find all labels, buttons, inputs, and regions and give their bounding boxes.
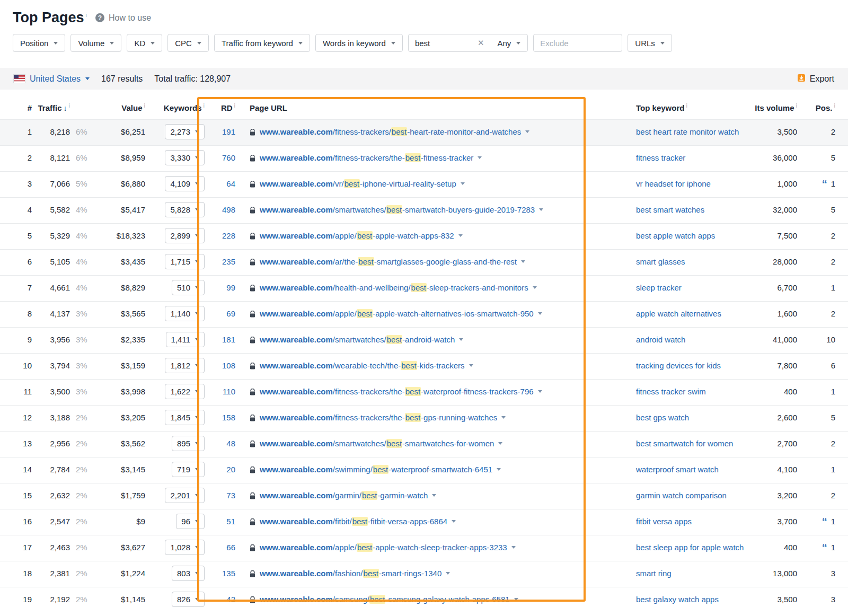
- top-keyword-link[interactable]: best sleep app for apple watch: [636, 543, 744, 552]
- keywords-dropdown[interactable]: 2,201: [165, 488, 205, 503]
- url-expand-caret[interactable]: [461, 182, 465, 185]
- page-url-link[interactable]: www.wareable.com/fitness-trackers/best-h…: [260, 126, 521, 137]
- url-expand-caret[interactable]: [521, 260, 525, 263]
- rd-link[interactable]: 48: [205, 438, 235, 449]
- top-keyword-link[interactable]: fitbit versa apps: [636, 517, 692, 526]
- url-expand-caret[interactable]: [525, 130, 529, 133]
- top-keyword-link[interactable]: best gps watch: [636, 413, 689, 422]
- keywords-dropdown[interactable]: 1,411: [166, 332, 205, 347]
- export-button[interactable]: Export: [797, 74, 834, 84]
- page-url-link[interactable]: www.wareable.com/garmin/best-garmin-watc…: [260, 490, 428, 501]
- url-expand-caret[interactable]: [459, 338, 463, 341]
- keywords-dropdown[interactable]: 803: [172, 566, 205, 581]
- keywords-dropdown[interactable]: 510: [172, 280, 205, 295]
- url-expand-caret[interactable]: [497, 468, 501, 471]
- top-keyword-link[interactable]: garmin watch comparison: [636, 491, 727, 500]
- clear-filter-icon[interactable]: ✕: [471, 38, 491, 48]
- page-url-link[interactable]: www.wareable.com/fitness-trackers/the-be…: [260, 152, 473, 163]
- url-expand-caret[interactable]: [538, 390, 542, 393]
- url-expand-caret[interactable]: [538, 312, 542, 315]
- keywords-dropdown[interactable]: 5,828: [165, 202, 205, 217]
- top-keyword-link[interactable]: best smartwatch for women: [636, 439, 733, 448]
- urls-dropdown[interactable]: URLs: [628, 34, 672, 52]
- rd-link[interactable]: 66: [205, 542, 235, 553]
- top-keyword-link[interactable]: fitness tracker: [636, 153, 685, 162]
- top-keyword-link[interactable]: smart glasses: [636, 257, 685, 266]
- keyword-filter-input[interactable]: best: [409, 39, 471, 48]
- filter-dropdown[interactable]: KD: [127, 34, 162, 52]
- url-expand-caret[interactable]: [478, 156, 482, 159]
- keywords-dropdown[interactable]: 2,899: [165, 228, 205, 243]
- keywords-dropdown[interactable]: 1,028: [165, 540, 205, 555]
- rd-link[interactable]: 158: [205, 412, 235, 423]
- rd-link[interactable]: 110: [205, 386, 235, 397]
- keywords-dropdown[interactable]: 1,812: [165, 358, 205, 373]
- keywords-dropdown[interactable]: 1,140: [165, 306, 205, 321]
- top-keyword-link[interactable]: best heart rate monitor watch: [636, 127, 739, 136]
- top-keyword-link[interactable]: apple watch alternatives: [636, 309, 721, 318]
- filter-dropdown[interactable]: Position: [13, 34, 65, 52]
- top-keyword-link[interactable]: waterproof smart watch: [636, 465, 719, 474]
- keywords-dropdown[interactable]: 826: [172, 592, 205, 607]
- rd-link[interactable]: 64: [205, 178, 235, 189]
- keywords-dropdown[interactable]: 1,715: [165, 254, 205, 269]
- rd-link[interactable]: 235: [205, 256, 235, 267]
- url-expand-caret[interactable]: [511, 546, 516, 549]
- top-keyword-link[interactable]: vr headset for iphone: [636, 179, 711, 188]
- rd-link[interactable]: 181: [205, 334, 235, 345]
- page-url-link[interactable]: www.wareable.com/smartwatches/best-smart…: [260, 438, 494, 449]
- page-url-link[interactable]: www.wareable.com/swimming/best-waterproo…: [260, 464, 492, 475]
- filter-dropdown[interactable]: Words in keyword: [315, 34, 403, 52]
- keywords-dropdown[interactable]: 895: [172, 436, 205, 451]
- page-url-link[interactable]: www.wareable.com/fashion/best-smart-ring…: [260, 568, 441, 579]
- col-header-pos[interactable]: Pos.i: [797, 102, 835, 112]
- top-keyword-link[interactable]: best apple watch apps: [636, 231, 715, 240]
- rd-link[interactable]: 42: [205, 594, 235, 605]
- rd-link[interactable]: 228: [205, 230, 235, 241]
- top-keyword-link[interactable]: sleep tracker: [636, 283, 682, 292]
- page-url-link[interactable]: www.wareable.com/fitness-trackers/the-be…: [260, 412, 497, 423]
- keywords-dropdown[interactable]: 2,273: [165, 124, 205, 139]
- rd-link[interactable]: 135: [205, 568, 235, 579]
- page-url-link[interactable]: www.wareable.com/apple/best-apple-watch-…: [260, 308, 534, 319]
- filter-dropdown[interactable]: Volume: [70, 34, 121, 52]
- top-keyword-link[interactable]: smart ring: [636, 569, 672, 578]
- top-keyword-link[interactable]: best galaxy watch apps: [636, 595, 719, 604]
- filter-dropdown[interactable]: Traffic from keyword: [214, 34, 310, 52]
- rd-link[interactable]: 99: [205, 282, 235, 293]
- col-header-rd[interactable]: RDi: [205, 102, 235, 112]
- how-to-use-link[interactable]: ? How to use: [95, 13, 151, 23]
- top-keyword-link[interactable]: android watch: [636, 335, 685, 344]
- col-header-its-volume[interactable]: Its volumei: [748, 102, 797, 112]
- keywords-dropdown[interactable]: 3,330: [165, 150, 205, 165]
- top-keyword-link[interactable]: fitness tracker swim: [636, 387, 706, 396]
- url-expand-caret[interactable]: [469, 364, 473, 367]
- rd-link[interactable]: 73: [205, 490, 235, 501]
- page-url-link[interactable]: www.wareable.com/health-and-wellbeing/be…: [260, 282, 528, 293]
- url-expand-caret[interactable]: [533, 286, 537, 289]
- page-url-link[interactable]: www.wareable.com/samsung/best-samsung-ga…: [260, 594, 510, 605]
- url-expand-caret[interactable]: [501, 416, 506, 419]
- col-header-traffic[interactable]: Traffic↓i: [32, 102, 70, 112]
- page-url-link[interactable]: www.wareable.com/apple/best-apple-watch-…: [260, 542, 507, 553]
- page-url-link[interactable]: www.wareable.com/vr/best-iphone-virtual-…: [260, 178, 456, 189]
- url-expand-caret[interactable]: [498, 442, 502, 445]
- page-url-link[interactable]: www.wareable.com/apple/best-apple-watch-…: [260, 230, 454, 241]
- url-expand-caret[interactable]: [432, 494, 436, 497]
- filter-dropdown[interactable]: CPC: [167, 34, 209, 52]
- top-keyword-link[interactable]: best smart watches: [636, 205, 704, 214]
- rd-link[interactable]: 108: [205, 360, 235, 371]
- keywords-dropdown[interactable]: 96: [176, 514, 205, 529]
- rd-link[interactable]: 191: [205, 126, 235, 137]
- country-selector[interactable]: United States: [14, 74, 90, 84]
- url-expand-caret[interactable]: [458, 234, 463, 237]
- url-expand-caret[interactable]: [446, 572, 450, 575]
- keyword-mode-dropdown[interactable]: Any: [490, 34, 527, 51]
- url-expand-caret[interactable]: [539, 208, 543, 211]
- exclude-input[interactable]: [533, 34, 622, 52]
- page-url-link[interactable]: www.wareable.com/wearable-tech/the-best-…: [260, 360, 465, 371]
- page-url-link[interactable]: www.wareable.com/smartwatches/best-smart…: [260, 204, 535, 215]
- rd-link[interactable]: 51: [205, 516, 235, 527]
- page-url-link[interactable]: www.wareable.com/ar/the-best-smartglasse…: [260, 256, 517, 267]
- page-url-link[interactable]: www.wareable.com/fitness-trackers/the-be…: [260, 386, 534, 397]
